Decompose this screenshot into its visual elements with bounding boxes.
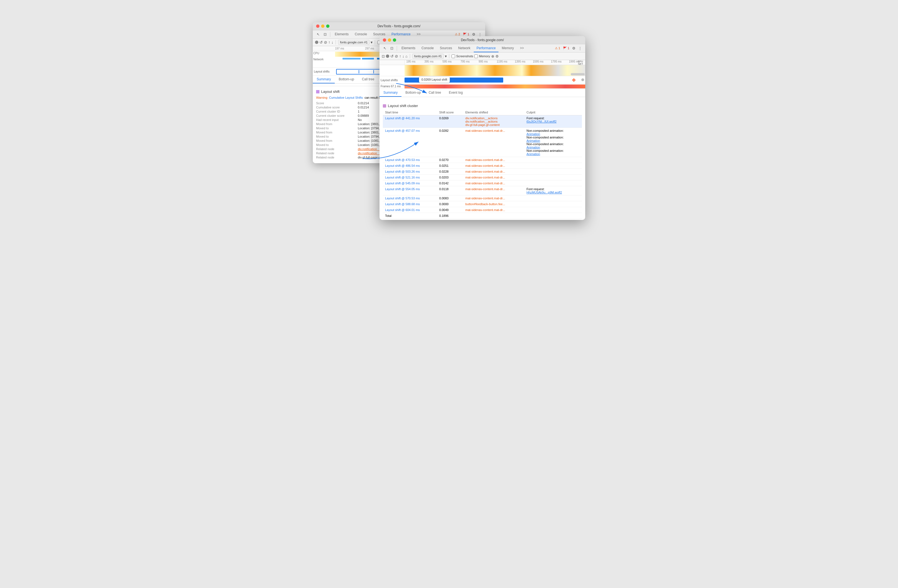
front-inspect-icon[interactable]: ⊡ [382,54,385,58]
prop-movedto1-label: Moved to [316,126,358,130]
row2-c4[interactable]: Animation [527,139,540,142]
row2-el1: mat-sidenav-content.mat-dr... [465,129,522,132]
front-layout-icon[interactable]: ⊡ [389,46,395,50]
clear-btn[interactable]: ⊘ [324,40,327,45]
front-network2-icon[interactable]: ⊕ [491,54,494,58]
row2-link[interactable]: Layout shift @ 457.07 ms [385,129,420,132]
back-cpu-label: CPU [313,52,319,55]
reload-btn[interactable]: ↺ [320,40,323,45]
front-more-icon[interactable]: ⋮ [578,46,582,50]
front-record-btn[interactable] [386,54,389,58]
back-warning-link[interactable]: Cumulative Layout Shifts [329,96,363,99]
maximize-button[interactable] [326,25,329,28]
row1-c2[interactable]: t5sJIQcYNI...IUI.woff2 [527,120,557,123]
front-tab-more[interactable]: >> [517,45,527,52]
row2-score: 0.0282 [437,128,463,157]
row7-culprit [524,180,582,186]
row9-link[interactable]: Layout shift @ 570.53 ms [385,197,420,200]
row8-c2[interactable]: HhzMU5Ak9u...p9M.woff2 [527,191,562,194]
row10-culprit [524,201,582,207]
front-tab-calltree[interactable]: Call tree [425,89,445,97]
th-shift-score: Shift score [437,109,463,115]
front-minimize-button[interactable] [388,38,391,42]
back-layout-icon[interactable]: ⊡ [322,32,328,37]
row10-elements: button#feedback-button.fee... [463,201,524,207]
front-dropdown-icon[interactable]: ▾ [445,54,447,58]
shift-table: Start time Shift score Elements shifted … [383,109,582,219]
row8-link[interactable]: Layout shift @ 554.05 ms [385,187,420,191]
front-scrollbar[interactable] [571,73,585,75]
front-tab-performance[interactable]: Performance [474,45,498,52]
ft7: 1395 ms [515,60,526,63]
front-cursor-icon[interactable]: ↖ [382,46,388,50]
front-url-selector[interactable]: fonts.google.com #1 [412,54,444,58]
close-button[interactable] [316,25,320,28]
back-cursor-icon[interactable]: ↖ [315,32,321,37]
front-cpu-bar [404,65,585,76]
front-tab-elements[interactable]: Elements [399,45,418,52]
row2-c8[interactable]: Animation [527,152,540,156]
table-row: Layout shift @ 554.05 ms 0.0118 mat-side… [383,186,582,195]
diamond-marker [572,78,576,82]
front-upload-btn[interactable]: ↑ [399,54,401,58]
row2-c2[interactable]: Animation [527,132,540,135]
upload-btn[interactable]: ↑ [328,40,330,45]
front-screenshots-check[interactable] [452,54,455,58]
front-close-button[interactable] [383,38,386,42]
row6-link[interactable]: Layout shift @ 521.16 ms [385,176,420,179]
back-tab-calltree[interactable]: Call tree [358,75,378,83]
front-tab-bottomup[interactable]: Bottom-up [401,89,424,97]
front-tab-memory[interactable]: Memory [499,45,517,52]
front-tab-sources[interactable]: Sources [437,45,455,52]
row5-score: 0.0228 [437,169,463,175]
row1-link[interactable]: Layout shift @ 441.20 ms [385,117,420,120]
row7-link[interactable]: Layout shift @ 545.09 ms [385,182,420,185]
ls-color [316,90,320,94]
front-maximize-button[interactable] [393,38,396,42]
front-screenshots-label: Screenshots [456,54,473,58]
tab-elements[interactable]: Elements [332,31,351,38]
minimize-button[interactable] [321,25,324,28]
front-tab-summary[interactable]: Summary [380,89,401,97]
table-row: Layout shift @ 521.16 ms 0.0203 mat-side… [383,175,582,180]
row4-link[interactable]: Layout shift @ 486.54 ms [385,164,420,167]
back-tab-summary[interactable]: Summary [313,75,335,83]
row1-el3: div.gf-full-page.gf-content [465,123,522,126]
prop-score-label: Score [316,102,358,105]
row11-elements: mat-sidenav-content.mat-dr... [463,207,524,213]
front-memory-check[interactable] [474,54,478,58]
front-download-btn[interactable]: ↓ [402,54,404,58]
front-titlebar: DevTools - fonts.google.com/ [380,36,585,44]
dropdown-icon[interactable]: ▾ [371,40,372,45]
ft2: 395 ms [424,60,434,63]
row2-c6[interactable]: Animation [527,146,540,149]
warning-badge: ⚠ 2 [455,32,460,36]
row1-el2: div.notification__actions [465,120,522,123]
front-tab-console[interactable]: Console [419,45,437,52]
row3-link[interactable]: Layout shift @ 470.53 ms [385,158,420,162]
row8-elements: mat-sidenav-content.mat-dr... [463,186,524,195]
record-btn[interactable] [315,41,318,44]
row10-link[interactable]: Layout shift @ 588.68 ms [385,202,420,206]
front-tab-eventlog[interactable]: Event log [445,89,466,97]
table-row: Layout shift @ 604.01 ms 0.0049 mat-side… [383,207,582,213]
front-settings2-icon[interactable]: ⚙ [495,54,499,58]
back-tab-bottomup[interactable]: Bottom-up [335,75,358,83]
front-sep3 [449,54,449,58]
url-selector[interactable]: fonts.google.com #1 [338,40,369,45]
download-btn[interactable]: ↓ [331,40,333,45]
front-tab-network[interactable]: Network [455,45,473,52]
front-home-icon[interactable]: ⌂ [405,54,407,58]
more-icon[interactable]: ⋮ [478,32,482,37]
front-window-title: DevTools - fonts.google.com/ [461,38,504,42]
settings-icon[interactable]: ⚙ [472,32,475,37]
table-row: Layout shift @ 588.68 ms 0.0000 button#f… [383,201,582,207]
front-settings-icon[interactable]: ⚙ [572,46,575,50]
row1-elements: div.notification__actions div.notificati… [463,115,524,128]
front-clear-btn[interactable]: ⊘ [395,54,398,58]
row5-link[interactable]: Layout shift @ 503.26 ms [385,170,420,173]
row8-culprit: Font request: HhzMU5Ak9u...p9M.woff2 [524,186,582,195]
row11-link[interactable]: Layout shift @ 604.01 ms [385,208,420,212]
tab-console[interactable]: Console [352,31,370,38]
front-reload-btn[interactable]: ↺ [391,54,394,58]
